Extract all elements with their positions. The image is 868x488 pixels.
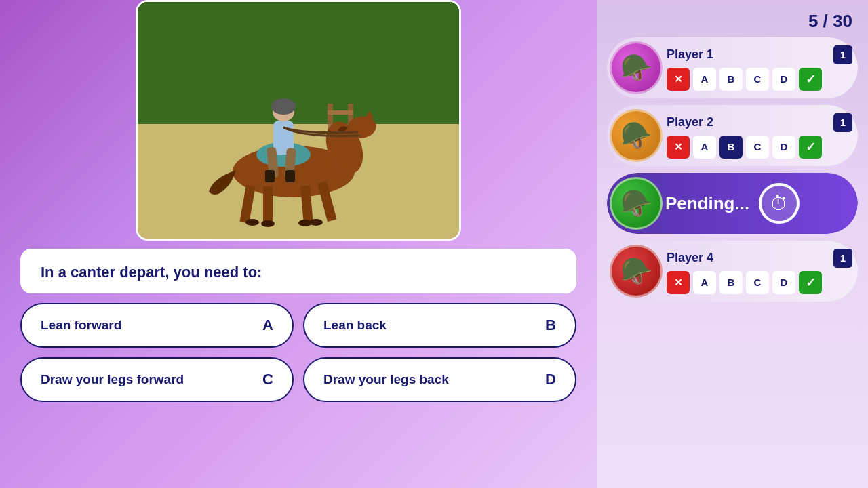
svg-rect-24 [265, 170, 275, 182]
player-4-badge: 1 [833, 249, 852, 268]
player-3-avatar: 🪖 [610, 177, 663, 230]
player-1-helmet-icon: 🪖 [620, 53, 652, 83]
player-1-name-row: Player 1 1 [667, 45, 852, 64]
answer-b-button[interactable]: Lean back B [303, 303, 576, 348]
left-panel: In a canter depart, you need to: Lean fo… [0, 0, 597, 488]
answer-d-text: Draw your legs back [323, 372, 449, 387]
svg-point-14 [245, 219, 259, 226]
answer-c-text: Draw your legs forward [41, 372, 184, 387]
answer-c-letter: C [262, 371, 273, 388]
player-3-card: 🪖 Pending... ⏱ Player 3 ✕ A B C [607, 173, 858, 234]
player-1-b-button[interactable]: B [719, 68, 743, 91]
player-1-info: Player 1 1 ✕ A B C D ✓ [667, 45, 852, 91]
player-4-b-button[interactable]: B [719, 271, 743, 294]
player-4-info: Player 4 1 ✕ A B C D ✓ [667, 249, 852, 294]
player-4-a-button[interactable]: A [693, 271, 716, 294]
player-2-badge: 1 [833, 113, 852, 132]
player-3-helmet-icon: 🪖 [620, 188, 652, 218]
svg-point-17 [309, 219, 323, 226]
player-2-c-button[interactable]: C [746, 136, 769, 159]
player-1-card: 🪖 Player 1 1 ✕ A B C D ✓ [607, 37, 858, 98]
player-2-b-button[interactable]: B [719, 136, 743, 159]
player-4-c-button[interactable]: C [746, 271, 769, 294]
player-3-timer-icon: ⏱ [759, 183, 800, 224]
answer-a-letter: A [262, 317, 273, 334]
player-2-name: Player 2 [667, 115, 713, 129]
answer-b-text: Lean back [323, 318, 387, 333]
player-2-check-button[interactable]: ✓ [799, 136, 822, 159]
player-2-helmet-icon: 🪖 [620, 121, 652, 150]
player-4-helmet-icon: 🪖 [620, 256, 652, 286]
player-2-avatar: 🪖 [610, 109, 663, 162]
player-1-check-button[interactable]: ✓ [799, 68, 822, 91]
player-4-avatar: 🪖 [610, 245, 663, 298]
score-display: 5 / 30 [607, 7, 858, 37]
player-2-x-button[interactable]: ✕ [667, 136, 690, 159]
player-1-d-button[interactable]: D [772, 68, 795, 91]
player-1-c-button[interactable]: C [746, 68, 769, 91]
question-image [136, 0, 461, 241]
player-4-check-button[interactable]: ✓ [799, 271, 822, 294]
answer-a-text: Lean forward [41, 318, 121, 333]
answer-d-letter: D [545, 371, 556, 388]
player-2-info: Player 2 1 ✕ A B C D ✓ [667, 113, 852, 159]
question-text: In a canter depart, you need to: [41, 264, 556, 281]
player-4-name-row: Player 4 1 [667, 249, 852, 268]
svg-point-21 [271, 98, 296, 115]
right-panel: 5 / 30 🪖 Player 1 1 ✕ A B C D ✓ 🪖 [597, 0, 868, 488]
player-1-name: Player 1 [667, 47, 713, 62]
answer-d-button[interactable]: Draw your legs back D [303, 357, 576, 402]
answer-b-letter: B [545, 317, 556, 334]
player-2-d-button[interactable]: D [772, 136, 795, 159]
player-4-name: Player 4 [667, 251, 713, 265]
svg-point-15 [261, 220, 275, 227]
svg-rect-0 [138, 2, 459, 138]
svg-rect-11 [263, 186, 273, 224]
player-4-x-button[interactable]: ✕ [667, 271, 690, 294]
player-4-d-button[interactable]: D [772, 271, 795, 294]
player-1-x-button[interactable]: ✕ [667, 68, 690, 91]
player-1-answer-row: ✕ A B C D ✓ [667, 68, 852, 91]
player-2-name-row: Player 2 1 [667, 113, 852, 132]
player-1-avatar: 🪖 [610, 41, 663, 94]
player-1-badge: 1 [833, 45, 852, 64]
answer-c-button[interactable]: Draw your legs forward C [20, 357, 294, 402]
answer-a-button[interactable]: Lean forward A [20, 303, 294, 348]
player-3-pending-text: Pending... [665, 193, 749, 214]
player-1-a-button[interactable]: A [693, 68, 716, 91]
player-2-a-button[interactable]: A [693, 136, 716, 159]
player-2-answer-row: ✕ A B C D ✓ [667, 136, 852, 159]
player-4-card: 🪖 Player 4 1 ✕ A B C D ✓ [607, 241, 858, 302]
player-4-answer-row: ✕ A B C D ✓ [667, 271, 852, 294]
player-2-card: 🪖 Player 2 1 ✕ A B C D ✓ [607, 105, 858, 166]
answers-grid: Lean forward A Lean back B Draw your leg… [20, 303, 576, 402]
question-area: In a canter depart, you need to: [20, 249, 576, 293]
svg-rect-4 [328, 110, 353, 115]
svg-rect-25 [285, 170, 295, 182]
